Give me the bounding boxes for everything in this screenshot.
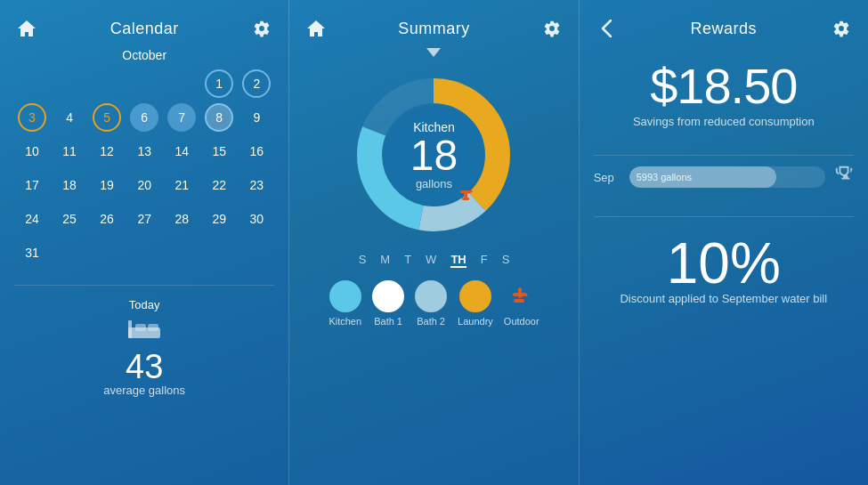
avg-gallons: 43 bbox=[126, 350, 163, 384]
summary-home-icon[interactable] bbox=[304, 16, 329, 41]
bath1-label: Bath 1 bbox=[374, 316, 402, 327]
legend-laundry[interactable]: Laundry bbox=[458, 280, 493, 327]
calendar-panel: Calendar October 1 23 4 5 6 7 8 9 10 11 … bbox=[0, 0, 289, 485]
cal-empty bbox=[52, 68, 87, 100]
bath2-color-dot bbox=[415, 280, 447, 312]
svg-rect-14 bbox=[518, 287, 522, 298]
cal-day-26[interactable]: 26 bbox=[89, 203, 125, 235]
weekday-selector: S M T W TH F S bbox=[359, 253, 510, 268]
calendar-title: Calendar bbox=[39, 20, 249, 38]
cal-day-31[interactable]: 31 bbox=[14, 237, 50, 269]
savings-label: Savings from reduced consumption bbox=[633, 115, 815, 128]
laundry-label: Laundry bbox=[458, 316, 493, 327]
svg-rect-15 bbox=[514, 299, 524, 303]
outdoor-icon bbox=[506, 280, 538, 312]
donut-indicator bbox=[426, 48, 441, 57]
cal-day-27[interactable]: 27 bbox=[126, 203, 162, 235]
chart-legend: Kitchen Bath 1 Bath 2 Laundry Outdoor bbox=[329, 280, 539, 327]
cal-day-12[interactable]: 12 bbox=[89, 135, 125, 167]
cal-empty bbox=[164, 68, 199, 100]
back-icon[interactable] bbox=[594, 16, 619, 41]
cal-day-16[interactable]: 16 bbox=[239, 135, 274, 167]
weekday-m[interactable]: M bbox=[380, 253, 390, 268]
sep-bar: 5993 gallons bbox=[629, 166, 825, 188]
legend-bath1[interactable]: Bath 1 bbox=[372, 280, 404, 327]
svg-rect-3 bbox=[148, 324, 158, 331]
sep-label: Sep bbox=[594, 171, 621, 184]
bath1-color-dot bbox=[372, 280, 404, 312]
svg-rect-11 bbox=[462, 198, 469, 200]
svg-rect-2 bbox=[135, 324, 146, 331]
weekday-th[interactable]: TH bbox=[450, 253, 466, 268]
cal-day-23[interactable]: 23 bbox=[239, 169, 274, 201]
sep-bar-text: 5993 gallons bbox=[637, 172, 692, 182]
cal-day-24[interactable]: 24 bbox=[14, 203, 50, 235]
cal-day-17[interactable]: 17 bbox=[14, 169, 50, 201]
cal-day-22[interactable]: 22 bbox=[201, 169, 237, 201]
cal-day-11[interactable]: 11 bbox=[52, 135, 87, 167]
rewards-title: Rewards bbox=[619, 20, 829, 38]
trophy-icon bbox=[834, 165, 854, 190]
discount-label: Discount applied to September water bill bbox=[620, 292, 827, 305]
summary-header: Summary bbox=[304, 16, 564, 41]
calendar-grid: 1 23 4 5 6 7 8 9 10 11 12 13 14 15 16 17… bbox=[14, 68, 274, 269]
kitchen-color-dot bbox=[329, 280, 361, 312]
rewards-gear-icon[interactable] bbox=[829, 16, 854, 41]
cal-day-21[interactable]: 21 bbox=[164, 169, 199, 201]
rewards-panel: Rewards $18.50 Savings from reduced cons… bbox=[580, 0, 868, 485]
donut-chart[interactable]: Kitchen 18 gallons bbox=[345, 66, 523, 244]
summary-gear-icon[interactable] bbox=[539, 16, 564, 41]
donut-label: Kitchen 18 gallons bbox=[410, 120, 458, 190]
savings-amount: $18.50 bbox=[650, 57, 797, 115]
cal-day-9[interactable]: 9 bbox=[239, 101, 274, 133]
cal-day-18[interactable]: 18 bbox=[52, 169, 87, 201]
bed-icon bbox=[126, 315, 162, 348]
cal-day-2[interactable]: 2 bbox=[242, 69, 271, 98]
cal-day-20[interactable]: 20 bbox=[126, 169, 162, 201]
calendar-gear-icon[interactable] bbox=[249, 16, 274, 41]
cal-day-30[interactable]: 30 bbox=[239, 203, 274, 235]
avg-label: average gallons bbox=[103, 384, 185, 397]
sep-row: Sep 5993 gallons bbox=[594, 165, 854, 190]
cal-day-13[interactable]: 13 bbox=[126, 135, 162, 167]
legend-bath2[interactable]: Bath 2 bbox=[415, 280, 447, 327]
cal-day-19[interactable]: 19 bbox=[89, 169, 125, 201]
outdoor-label: Outdoor bbox=[504, 316, 539, 327]
bath2-label: Bath 2 bbox=[417, 316, 445, 327]
weekday-s1[interactable]: S bbox=[359, 253, 367, 268]
weekday-t1[interactable]: T bbox=[404, 253, 411, 268]
legend-outdoor[interactable]: Outdoor bbox=[504, 280, 539, 327]
weekday-f[interactable]: F bbox=[481, 253, 488, 268]
cal-day-7[interactable]: 7 bbox=[167, 103, 196, 132]
calendar-home-icon[interactable] bbox=[14, 16, 39, 41]
cal-day-5[interactable]: 5 bbox=[93, 103, 121, 132]
cal-day-15[interactable]: 15 bbox=[201, 135, 237, 167]
cal-day-28[interactable]: 28 bbox=[164, 203, 199, 235]
cal-day-3[interactable]: 3 bbox=[18, 103, 46, 132]
laundry-color-dot bbox=[459, 280, 491, 312]
summary-panel: Summary bbox=[289, 0, 579, 485]
month-label: October bbox=[14, 48, 274, 62]
svg-rect-1 bbox=[128, 320, 132, 338]
weekday-s2[interactable]: S bbox=[502, 253, 510, 268]
cal-empty bbox=[89, 68, 125, 100]
cal-day-29[interactable]: 29 bbox=[201, 203, 237, 235]
cal-day-4[interactable]: 4 bbox=[52, 101, 87, 133]
cal-empty bbox=[126, 68, 162, 100]
gallons-number: 18 bbox=[410, 134, 458, 177]
cal-day-6[interactable]: 6 bbox=[130, 103, 158, 132]
calendar-header: Calendar bbox=[14, 16, 274, 41]
weekday-w[interactable]: W bbox=[426, 253, 436, 268]
kitchen-label: Kitchen bbox=[329, 316, 361, 327]
sep-bar-fill: 5993 gallons bbox=[629, 166, 776, 188]
cal-day-1[interactable]: 1 bbox=[205, 69, 233, 98]
legend-kitchen[interactable]: Kitchen bbox=[329, 280, 361, 327]
cal-day-14[interactable]: 14 bbox=[164, 135, 199, 167]
summary-title: Summary bbox=[329, 20, 539, 38]
gallons-label: gallons bbox=[410, 177, 458, 190]
cal-empty bbox=[14, 68, 50, 100]
cal-day-10[interactable]: 10 bbox=[14, 135, 50, 167]
cal-day-25[interactable]: 25 bbox=[52, 203, 87, 235]
today-label: Today bbox=[129, 298, 160, 311]
cal-day-8[interactable]: 8 bbox=[205, 103, 233, 132]
